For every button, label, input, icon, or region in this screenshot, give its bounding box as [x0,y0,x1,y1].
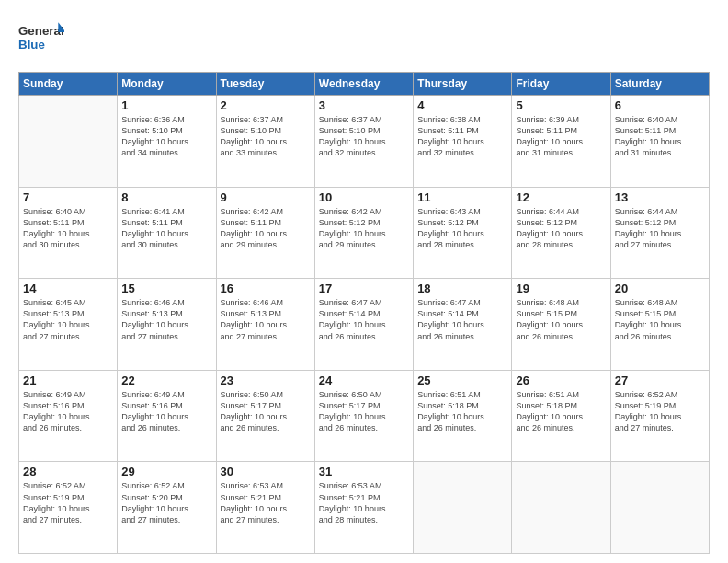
cell-info: Sunrise: 6:43 AM Sunset: 5:12 PM Dayligh… [417,206,507,251]
day-number: 7 [23,190,113,204]
page: General Blue SundayMondayTuesdayWednesda… [0,0,728,563]
calendar-cell: 30Sunrise: 6:53 AM Sunset: 5:21 PM Dayli… [216,462,314,554]
week-row-1: 1Sunrise: 6:36 AM Sunset: 5:10 PM Daylig… [19,96,710,188]
calendar-cell: 21Sunrise: 6:49 AM Sunset: 5:16 PM Dayli… [19,370,118,462]
cell-info: Sunrise: 6:36 AM Sunset: 5:10 PM Dayligh… [121,114,211,159]
cell-info: Sunrise: 6:42 AM Sunset: 5:11 PM Dayligh… [221,206,311,251]
calendar-cell: 15Sunrise: 6:46 AM Sunset: 5:13 PM Dayli… [118,279,216,371]
day-number: 3 [319,98,409,112]
week-row-2: 7Sunrise: 6:40 AM Sunset: 5:11 PM Daylig… [19,187,710,279]
logo: General Blue [18,17,64,63]
day-number: 8 [121,190,211,204]
day-number: 21 [23,373,113,387]
cell-info: Sunrise: 6:48 AM Sunset: 5:15 PM Dayligh… [615,297,705,342]
cell-info: Sunrise: 6:38 AM Sunset: 5:11 PM Dayligh… [417,114,507,159]
calendar-cell: 4Sunrise: 6:38 AM Sunset: 5:11 PM Daylig… [414,96,512,188]
cell-info: Sunrise: 6:37 AM Sunset: 5:10 PM Dayligh… [221,114,311,159]
cell-info: Sunrise: 6:39 AM Sunset: 5:11 PM Dayligh… [516,114,606,159]
calendar-cell [512,462,610,554]
day-number: 13 [615,190,705,204]
calendar-cell: 13Sunrise: 6:44 AM Sunset: 5:12 PM Dayli… [610,187,709,279]
calendar-cell: 19Sunrise: 6:48 AM Sunset: 5:15 PM Dayli… [512,279,610,371]
week-row-4: 21Sunrise: 6:49 AM Sunset: 5:16 PM Dayli… [19,370,710,462]
day-number: 22 [121,373,211,387]
day-number: 12 [516,190,606,204]
calendar-cell: 16Sunrise: 6:46 AM Sunset: 5:13 PM Dayli… [216,279,314,371]
day-number: 26 [516,373,606,387]
cell-info: Sunrise: 6:44 AM Sunset: 5:12 PM Dayligh… [615,206,705,251]
cell-info: Sunrise: 6:50 AM Sunset: 5:17 PM Dayligh… [221,389,311,434]
cell-info: Sunrise: 6:45 AM Sunset: 5:13 PM Dayligh… [23,297,113,342]
day-number: 31 [319,465,409,478]
day-number: 11 [417,190,507,204]
logo-svg: General Blue [18,17,64,63]
calendar-cell: 12Sunrise: 6:44 AM Sunset: 5:12 PM Dayli… [512,187,610,279]
day-number: 9 [221,190,311,204]
calendar-cell: 6Sunrise: 6:40 AM Sunset: 5:11 PM Daylig… [610,96,709,188]
day-number: 6 [615,98,705,112]
week-row-5: 28Sunrise: 6:52 AM Sunset: 5:19 PM Dayli… [19,462,710,554]
weekday-header-wednesday: Wednesday [314,73,413,96]
calendar-cell: 5Sunrise: 6:39 AM Sunset: 5:11 PM Daylig… [512,96,610,188]
cell-info: Sunrise: 6:49 AM Sunset: 5:16 PM Dayligh… [121,389,211,434]
cell-info: Sunrise: 6:53 AM Sunset: 5:21 PM Dayligh… [319,480,409,525]
calendar-cell: 29Sunrise: 6:52 AM Sunset: 5:20 PM Dayli… [118,462,216,554]
calendar-cell: 17Sunrise: 6:47 AM Sunset: 5:14 PM Dayli… [314,279,413,371]
weekday-header-monday: Monday [118,73,216,96]
day-number: 19 [516,282,606,295]
cell-info: Sunrise: 6:48 AM Sunset: 5:15 PM Dayligh… [516,297,606,342]
cell-info: Sunrise: 6:51 AM Sunset: 5:18 PM Dayligh… [417,389,507,434]
day-number: 24 [319,373,409,387]
cell-info: Sunrise: 6:49 AM Sunset: 5:16 PM Dayligh… [23,389,113,434]
cell-info: Sunrise: 6:50 AM Sunset: 5:17 PM Dayligh… [319,389,409,434]
calendar-cell: 18Sunrise: 6:47 AM Sunset: 5:14 PM Dayli… [414,279,512,371]
calendar-cell [19,96,118,188]
calendar-cell: 8Sunrise: 6:41 AM Sunset: 5:11 PM Daylig… [118,187,216,279]
calendar-header-row: SundayMondayTuesdayWednesdayThursdayFrid… [19,73,710,96]
cell-info: Sunrise: 6:42 AM Sunset: 5:12 PM Dayligh… [319,206,409,251]
cell-info: Sunrise: 6:44 AM Sunset: 5:12 PM Dayligh… [516,206,606,251]
day-number: 23 [221,373,311,387]
cell-info: Sunrise: 6:41 AM Sunset: 5:11 PM Dayligh… [121,206,211,251]
svg-text:General: General [18,24,64,38]
calendar-cell: 22Sunrise: 6:49 AM Sunset: 5:16 PM Dayli… [118,370,216,462]
calendar-cell: 23Sunrise: 6:50 AM Sunset: 5:17 PM Dayli… [216,370,314,462]
weekday-header-saturday: Saturday [610,73,709,96]
calendar-cell: 3Sunrise: 6:37 AM Sunset: 5:10 PM Daylig… [314,96,413,188]
calendar-cell: 28Sunrise: 6:52 AM Sunset: 5:19 PM Dayli… [19,462,118,554]
cell-info: Sunrise: 6:40 AM Sunset: 5:11 PM Dayligh… [615,114,705,159]
calendar-table: SundayMondayTuesdayWednesdayThursdayFrid… [18,72,710,554]
calendar-cell: 24Sunrise: 6:50 AM Sunset: 5:17 PM Dayli… [314,370,413,462]
calendar-cell [610,462,709,554]
cell-info: Sunrise: 6:52 AM Sunset: 5:19 PM Dayligh… [615,389,705,434]
calendar-cell: 2Sunrise: 6:37 AM Sunset: 5:10 PM Daylig… [216,96,314,188]
cell-info: Sunrise: 6:51 AM Sunset: 5:18 PM Dayligh… [516,389,606,434]
cell-info: Sunrise: 6:52 AM Sunset: 5:19 PM Dayligh… [23,480,113,525]
cell-info: Sunrise: 6:46 AM Sunset: 5:13 PM Dayligh… [221,297,311,342]
calendar-cell: 20Sunrise: 6:48 AM Sunset: 5:15 PM Dayli… [610,279,709,371]
calendar-cell: 9Sunrise: 6:42 AM Sunset: 5:11 PM Daylig… [216,187,314,279]
day-number: 29 [121,465,211,478]
day-number: 4 [417,98,507,112]
day-number: 17 [319,282,409,295]
day-number: 2 [221,98,311,112]
cell-info: Sunrise: 6:37 AM Sunset: 5:10 PM Dayligh… [319,114,409,159]
weekday-header-friday: Friday [512,73,610,96]
calendar-cell: 31Sunrise: 6:53 AM Sunset: 5:21 PM Dayli… [314,462,413,554]
day-number: 27 [615,373,705,387]
day-number: 25 [417,373,507,387]
calendar-cell: 11Sunrise: 6:43 AM Sunset: 5:12 PM Dayli… [414,187,512,279]
calendar-cell: 14Sunrise: 6:45 AM Sunset: 5:13 PM Dayli… [19,279,118,371]
weekday-header-thursday: Thursday [414,73,512,96]
calendar-cell: 27Sunrise: 6:52 AM Sunset: 5:19 PM Dayli… [610,370,709,462]
weekday-header-sunday: Sunday [19,73,118,96]
day-number: 14 [23,282,113,295]
calendar-cell: 10Sunrise: 6:42 AM Sunset: 5:12 PM Dayli… [314,187,413,279]
cell-info: Sunrise: 6:52 AM Sunset: 5:20 PM Dayligh… [121,480,211,525]
day-number: 5 [516,98,606,112]
day-number: 15 [121,282,211,295]
calendar-cell: 1Sunrise: 6:36 AM Sunset: 5:10 PM Daylig… [118,96,216,188]
day-number: 28 [23,465,113,478]
cell-info: Sunrise: 6:40 AM Sunset: 5:11 PM Dayligh… [23,206,113,251]
calendar-cell: 7Sunrise: 6:40 AM Sunset: 5:11 PM Daylig… [19,187,118,279]
